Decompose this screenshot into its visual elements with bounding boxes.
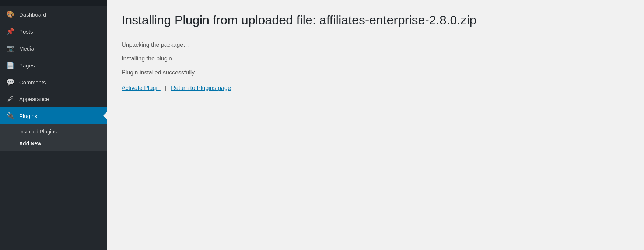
sidebar-item-comments[interactable]: 💬 Comments xyxy=(0,74,107,91)
sidebar: 🎨 Dashboard 📌 Posts 📷 Media 📄 Pages 💬 Co… xyxy=(0,0,107,250)
sidebar-item-label: Pages xyxy=(19,62,35,69)
sidebar-submenu-item-installed[interactable]: Installed Plugins xyxy=(0,126,107,138)
sidebar-item-appearance[interactable]: 🖌 Appearance xyxy=(0,91,107,107)
sidebar-item-label: Dashboard xyxy=(19,11,46,18)
log-line-2: Installing the plugin… xyxy=(122,52,629,65)
sidebar-item-label: Plugins xyxy=(19,113,37,119)
activate-plugin-link[interactable]: Activate Plugin xyxy=(122,85,161,91)
sidebar-submenu-plugins: Installed Plugins Add New xyxy=(0,124,107,151)
sidebar-item-media[interactable]: 📷 Media xyxy=(0,40,107,57)
pages-icon: 📄 xyxy=(6,61,15,69)
log-line-3: Plugin installed successfully. xyxy=(122,66,629,79)
posts-icon: 📌 xyxy=(6,27,15,35)
log-line-1: Unpacking the package… xyxy=(122,38,629,51)
sidebar-item-dashboard[interactable]: 🎨 Dashboard xyxy=(0,6,107,23)
dashboard-icon: 🎨 xyxy=(6,10,15,18)
appearance-icon: 🖌 xyxy=(6,95,15,103)
install-log: Unpacking the package… Installing the pl… xyxy=(122,38,629,79)
sidebar-item-plugins[interactable]: 🔌 Plugins xyxy=(0,107,107,124)
sidebar-submenu-item-add-new[interactable]: Add New xyxy=(0,138,107,149)
page-title: Installing Plugin from uploaded file: af… xyxy=(122,12,629,28)
separator: | xyxy=(165,85,167,91)
plugins-icon: 🔌 xyxy=(6,112,15,120)
sidebar-item-pages[interactable]: 📄 Pages xyxy=(0,57,107,74)
sidebar-item-label: Appearance xyxy=(19,96,49,102)
sidebar-item-label: Comments xyxy=(19,79,46,86)
install-actions: Activate Plugin | Return to Plugins page xyxy=(122,85,629,91)
sidebar-item-label: Media xyxy=(19,45,34,52)
main-content: Installing Plugin from uploaded file: af… xyxy=(107,0,644,250)
comments-icon: 💬 xyxy=(6,78,15,86)
sidebar-item-posts[interactable]: 📌 Posts xyxy=(0,23,107,40)
media-icon: 📷 xyxy=(6,44,15,52)
return-to-plugins-link[interactable]: Return to Plugins page xyxy=(171,85,231,91)
sidebar-item-label: Posts xyxy=(19,28,33,35)
sidebar-top xyxy=(0,0,107,6)
